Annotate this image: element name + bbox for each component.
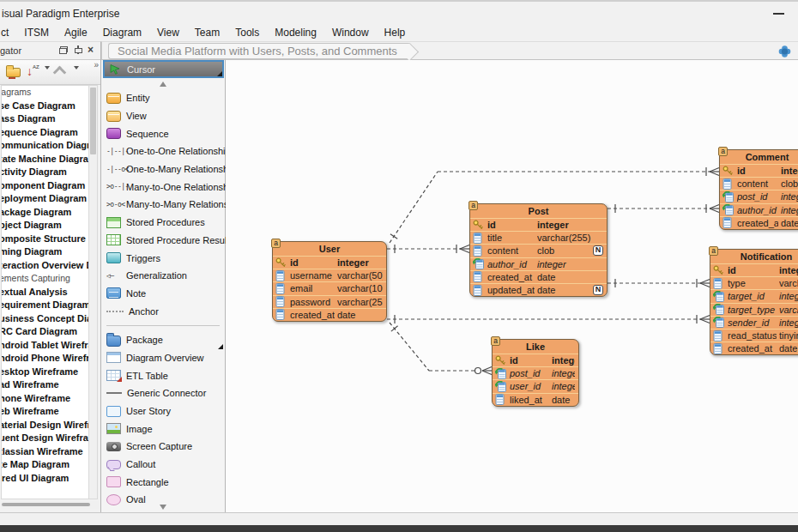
tool-user-story[interactable]: User Story [106, 402, 223, 420]
tool-package[interactable]: Package [106, 331, 223, 349]
sort-icon[interactable]: ↓ [27, 64, 39, 78]
tool-triggers[interactable]: Triggers [106, 249, 223, 267]
tool-rectangle[interactable]: Rectangle [106, 473, 223, 491]
pin-icon[interactable] [74, 45, 82, 54]
open-folder-icon[interactable] [6, 68, 21, 77]
tool-one-to-many-relationship[interactable]: -|--o<One-to-Many Relationship [106, 160, 223, 178]
menu-item-view[interactable]: View [149, 25, 187, 40]
nav-item-hone-wireframe[interactable]: hone Wireframe [1, 392, 89, 406]
entity-column-row[interactable]: idinteger [710, 263, 798, 276]
entity-column-row[interactable]: idinteger [273, 256, 386, 269]
tool-image[interactable]: Image [106, 420, 223, 438]
entity-column-row[interactable]: target_typevarchar [710, 303, 798, 316]
entity-column-row[interactable]: user_idinteger [493, 379, 578, 392]
connector-user-notification[interactable] [387, 315, 710, 323]
entity-column-row[interactable]: created_atdate [273, 308, 386, 321]
menu-item-itsm[interactable]: ITSM [16, 25, 57, 40]
tool-cursor[interactable]: Cursor [103, 60, 224, 78]
collapse-icon[interactable] [54, 66, 64, 73]
entity-column-row[interactable]: created_atdate [720, 216, 798, 229]
nav-item-iagrams[interactable]: iagrams [1, 86, 89, 100]
connector-post-notification[interactable] [608, 279, 710, 287]
tool-screen-capture[interactable]: Screen Capture [106, 438, 223, 456]
nav-item-ired-ui-diagram[interactable]: ired UI Diagram [1, 472, 89, 486]
nav-item-rc-card-diagram[interactable]: RC Card Diagram [1, 325, 89, 339]
menu-item-diagram[interactable]: Diagram [95, 25, 149, 40]
nav-item-eb-wireframe[interactable]: eb Wireframe [1, 405, 89, 419]
entity-comment[interactable]: aCommentidintegercontentclobpost_idinteg… [719, 149, 798, 230]
entity-column-row[interactable]: created_atdate [470, 270, 607, 283]
tool-many-to-many-relationship[interactable]: >o-o<Many-to-Many Relationship [106, 196, 223, 214]
entity-column-row[interactable]: updated_atdateN [470, 283, 607, 296]
nav-item-ndroid-phone-wireframe[interactable]: ndroid Phone Wireframe [1, 352, 89, 366]
gear-icon[interactable] [777, 45, 793, 62]
nav-item-ming-diagram[interactable]: ming Diagram [1, 245, 89, 259]
tool-note[interactable]: Note [106, 285, 223, 303]
breadcrumb[interactable]: Social Media Platform with Users, Posts,… [108, 43, 409, 59]
entity-column-row[interactable]: idinteger [493, 354, 578, 366]
nav-item-tlassian-wireframe[interactable]: tlassian Wireframe [1, 445, 89, 459]
nav-item-ctivity-diagram[interactable]: ctivity Diagram [1, 166, 89, 179]
entity-post[interactable]: aPostidintegertitlevarchar(255)contentcl… [469, 203, 608, 297]
nav-item-uent-design-wireframe[interactable]: uent Design Wireframe [1, 432, 89, 445]
tool-stored-procedure-resultset[interactable]: Stored Procedure ResultSet [106, 232, 223, 250]
tool-diagram-overview[interactable]: Diagram Overview [106, 349, 223, 367]
dropdown-caret-icon[interactable] [45, 70, 50, 85]
nav-item-ements-capturing[interactable]: ements Capturing [1, 272, 89, 286]
entity-column-row[interactable]: titlevarchar(255) [470, 231, 607, 244]
tool-view[interactable]: View [106, 107, 223, 125]
tool-generic-connector[interactable]: Generic Connector [106, 384, 223, 402]
entity-column-row[interactable]: author_idinteger [470, 257, 607, 270]
menu-item-tools[interactable]: Tools [227, 25, 267, 40]
entity-column-row[interactable]: usernamevarchar(50) [273, 269, 386, 281]
tool-entity[interactable]: Entity [106, 89, 223, 107]
nav-item-tate-machine-diagram[interactable]: tate Machine Diagram [1, 153, 89, 166]
nav-item-equirement-diagram[interactable]: equirement Diagram [1, 299, 89, 312]
entity-column-row[interactable]: sender_idinteger [710, 316, 798, 329]
nav-item-esktop-wireframe[interactable]: esktop Wireframe [1, 366, 89, 379]
connector-user-post[interactable] [387, 245, 469, 253]
tool-generalization[interactable]: ◁—Generalization [106, 267, 223, 285]
palette-scroll-up[interactable] [101, 82, 225, 87]
connector-post-comment[interactable] [608, 204, 719, 213]
nav-item-te-map-diagram[interactable]: te Map Diagram [1, 458, 89, 472]
dropdown-caret-icon[interactable] [74, 70, 79, 85]
nav-item-ackage-diagram[interactable]: ackage Diagram [1, 206, 89, 220]
overflow-chevrons-icon[interactable]: » [94, 60, 98, 70]
menu-item-ct[interactable]: ct [0, 25, 16, 40]
entity-column-row[interactable]: passwordvarchar(255) [273, 295, 386, 308]
entity-column-row[interactable]: liked_atdate [493, 393, 578, 406]
diagram-canvas[interactable]: aUseridintegerusernamevarchar(50)emailva… [226, 60, 798, 512]
nav-item-ass-diagram[interactable]: ass Diagram [1, 112, 89, 126]
entity-notification[interactable]: aNotificationidintegertypevarchartarget_… [710, 249, 798, 355]
navigator-horizontal-scrollbar[interactable] [1, 501, 99, 509]
entity-column-row[interactable]: idinteger [470, 218, 607, 231]
connector-user-like[interactable] [390, 323, 492, 375]
menu-item-window[interactable]: Window [324, 25, 377, 40]
nav-item-equence-diagram[interactable]: equence Diagram [1, 126, 89, 140]
nav-item-bject-diagram[interactable]: bject Diagram [1, 219, 89, 233]
entity-user[interactable]: aUseridintegerusernamevarchar(50)emailva… [272, 241, 387, 322]
navigator-vertical-scrollbar[interactable] [88, 85, 98, 499]
nav-item-omponent-diagram[interactable]: omponent Diagram [1, 179, 89, 193]
entity-column-row[interactable]: post_idinteger [720, 190, 798, 203]
nav-item-eployment-diagram[interactable]: eployment Diagram [1, 192, 89, 206]
tool-many-to-one-relationship[interactable]: >o--|-Many-to-One Relationship [106, 178, 223, 196]
nav-item-usiness-concept-diagram[interactable]: usiness Concept Diagram [1, 312, 89, 326]
nav-item-teraction-overview-diagram[interactable]: teraction Overview Diagram [1, 259, 89, 273]
menu-item-modeling[interactable]: Modeling [267, 25, 324, 40]
entity-like[interactable]: aLikeidintegerpost_idintegeruser_idinteg… [492, 339, 579, 407]
nav-item-omposite-structure-diagram[interactable]: omposite Structure Diagram [1, 233, 89, 246]
entity-column-row[interactable]: contentclob [720, 177, 798, 190]
nav-item-ad-wireframe[interactable]: ad Wireframe [1, 378, 89, 392]
nav-item-ommunication-diagram[interactable]: ommunication Diagram [1, 139, 89, 153]
entity-column-row[interactable]: author_idinteger [720, 203, 798, 216]
tool-one-to-one-relationship[interactable]: -|--|-One-to-One Relationship [106, 142, 223, 160]
entity-column-row[interactable]: idinteger [720, 164, 798, 177]
menu-item-team[interactable]: Team [187, 25, 227, 40]
nav-item-ndroid-tablet-wireframe[interactable]: ndroid Tablet Wireframe [1, 339, 89, 353]
entity-column-row[interactable]: contentclobN [470, 244, 607, 257]
tool-anchor[interactable]: Anchor [106, 302, 223, 320]
entity-column-row[interactable]: post_idinteger [493, 366, 578, 379]
minimize-button[interactable] [773, 13, 784, 15]
